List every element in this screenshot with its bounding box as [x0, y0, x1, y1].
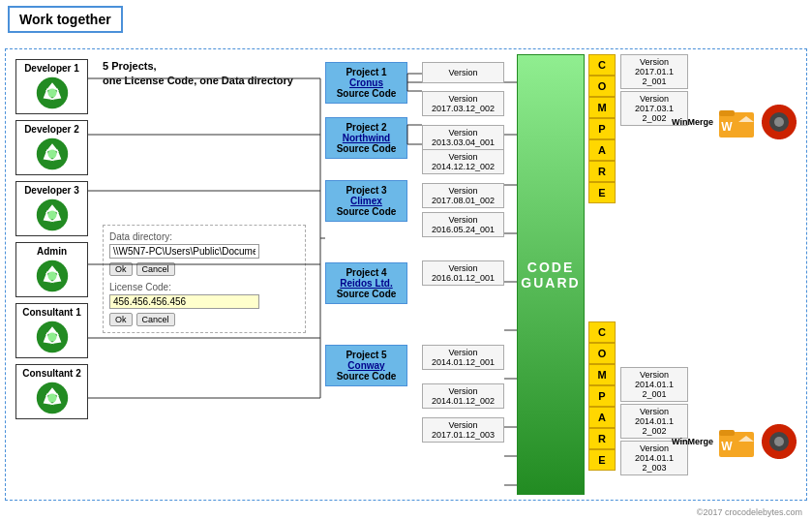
version-compare-bottom-0: Version2014.01.12_001: [620, 367, 688, 402]
developer-box-5: Consultant 2: [15, 364, 88, 419]
winmerge-bottom[interactable]: WinMerge W: [672, 422, 798, 461]
developers-column: Developer 1 Developer 2 Developer 3 Admi…: [15, 59, 88, 419]
version-box-6: Version2016.01.12_001: [422, 260, 504, 286]
svg-rect-18: [777, 105, 781, 110]
code-guard-label: CODEGUARD: [521, 260, 580, 291]
code-guard: CODEGUARD: [517, 54, 585, 495]
data-dir-input[interactable]: [109, 244, 259, 259]
developer-label-0: Developer 1: [18, 63, 85, 74]
project-box-3: Project 4Reidos Ltd.Source Code: [325, 262, 407, 304]
compare-letter: E: [588, 182, 616, 203]
compare-letter: M: [588, 364, 616, 385]
winmerge-top-label: WinMerge: [672, 117, 713, 127]
data-dir-label: Data directory:: [109, 231, 299, 242]
developer-box-1: Developer 2: [15, 120, 88, 175]
compare-letter: M: [588, 97, 616, 118]
svg-point-5: [47, 211, 56, 220]
compare-bottom: COMPARE: [588, 321, 617, 471]
compare-letter: P: [588, 385, 616, 407]
svg-rect-29: [777, 453, 781, 459]
license-input[interactable]: [109, 294, 259, 309]
svg-point-1: [47, 89, 56, 98]
dialog-box: Data directory: Ok Cancel License Code: …: [103, 225, 306, 333]
svg-point-11: [47, 394, 56, 403]
winmerge-top-icon: W: [717, 103, 756, 141]
developer-box-3: Admin: [15, 242, 88, 297]
svg-rect-19: [777, 134, 781, 139]
header-box: Work together: [8, 6, 123, 33]
project-box-4: Project 5ConwaySource Code: [325, 345, 407, 386]
developer-icon-3: [35, 259, 70, 293]
developer-label-5: Consultant 2: [18, 368, 85, 379]
developer-box-2: Developer 3: [15, 181, 88, 236]
project-box-1: Project 2NorthwindSource Code: [325, 117, 407, 159]
version-box-8: Version2014.01.12_002: [422, 383, 504, 409]
developer-label-1: Developer 2: [18, 124, 85, 135]
header-title: Work together: [19, 12, 111, 27]
svg-text:W: W: [721, 120, 733, 134]
version-box-2: Version2013.03.04_001: [422, 125, 504, 150]
developer-label-2: Developer 3: [18, 185, 85, 196]
winmerge-top[interactable]: WinMerge W: [672, 103, 798, 141]
winmerge-top-icon2: [760, 103, 798, 141]
version-box-7: Version2014.01.12_001: [422, 345, 504, 370]
developer-icon-1: [35, 137, 70, 171]
winmerge-bottom-label: WinMerge: [672, 437, 713, 446]
project-box-0: Project 1CronusSource Code: [325, 62, 407, 104]
info-area: 5 Projects, one License Code, one Data d…: [103, 59, 306, 333]
svg-rect-21: [791, 120, 797, 124]
developer-label-3: Admin: [18, 246, 85, 257]
developer-icon-4: [35, 320, 70, 354]
svg-rect-23: [719, 430, 735, 436]
projects-label: 5 Projects, one License Code, one Data d…: [103, 59, 306, 89]
license-cancel-button[interactable]: Cancel: [136, 313, 175, 326]
svg-text:W: W: [721, 440, 733, 453]
projects-column: Project 1CronusSource CodeProject 2North…: [325, 54, 412, 442]
svg-point-27: [774, 437, 784, 446]
developer-label-4: Consultant 1: [18, 307, 85, 318]
version-box-5: Version2016.05.24_001: [422, 212, 504, 237]
svg-rect-20: [762, 120, 767, 124]
compare-letter: C: [588, 54, 616, 76]
version-box-3: Version2014.12.12_002: [422, 149, 504, 174]
data-dir-cancel-button[interactable]: Cancel: [136, 262, 175, 276]
developer-icon-5: [35, 381, 70, 415]
developer-icon-2: [35, 198, 70, 232]
version-box-4: Version2017.08.01_002: [422, 183, 504, 208]
compare-letter: O: [588, 343, 616, 364]
svg-rect-13: [719, 110, 735, 116]
compare-letter: A: [588, 407, 616, 428]
svg-point-7: [47, 272, 56, 281]
footer: ©2017 crocodelebytes.com: [697, 507, 802, 517]
svg-point-17: [774, 117, 784, 127]
compare-letter: E: [588, 449, 616, 471]
compare-top: COMPARE: [588, 54, 617, 203]
svg-rect-30: [762, 440, 767, 444]
compare-letter: C: [588, 321, 616, 343]
svg-rect-31: [791, 440, 797, 444]
version-compare-top-0: Version2017.01.12_001: [620, 54, 688, 89]
svg-point-9: [47, 333, 56, 342]
developer-box-4: Consultant 1: [15, 303, 88, 358]
license-ok-button[interactable]: Ok: [109, 313, 133, 326]
winmerge-bottom-icon: W: [717, 422, 756, 461]
developer-box-0: Developer 1: [15, 59, 88, 114]
compare-letter: P: [588, 118, 616, 139]
version-box-1: Version2017.03.12_002: [422, 91, 504, 116]
versions-column: VersionVersion2017.03.12_002Version2013.…: [422, 54, 514, 520]
compare-letter: R: [588, 428, 616, 449]
compare-letter: O: [588, 76, 616, 97]
svg-rect-28: [777, 424, 781, 430]
compare-letter: A: [588, 139, 616, 161]
version-box-0: Version: [422, 62, 504, 83]
license-label: License Code:: [109, 282, 299, 292]
winmerge-bottom-icon2: [760, 422, 798, 461]
developer-icon-0: [35, 76, 70, 110]
compare-letter: R: [588, 161, 616, 182]
svg-point-3: [47, 150, 56, 159]
main-area: Developer 1 Developer 2 Developer 3 Admi…: [5, 48, 807, 501]
project-box-2: Project 3ClimexSource Code: [325, 180, 407, 222]
version-box-9: Version2017.01.12_003: [422, 417, 504, 443]
data-dir-ok-button[interactable]: Ok: [109, 262, 133, 276]
